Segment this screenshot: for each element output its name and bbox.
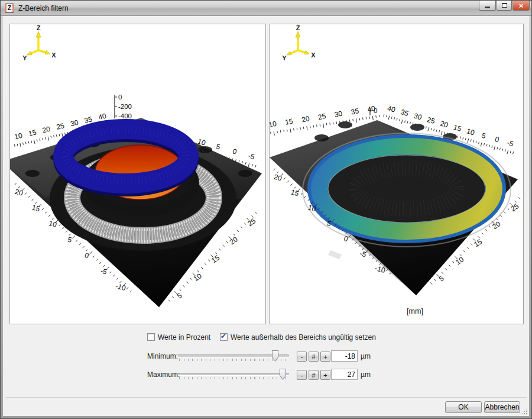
maximum-slider-ticks	[179, 377, 289, 379]
maximum-label: Maximum:	[147, 370, 180, 379]
axis-tick-label: 10	[192, 272, 203, 283]
minimum-label: Minimum:	[147, 352, 178, 360]
axis-tick-label: 25	[509, 202, 520, 213]
minimum-slider-ticks	[179, 359, 289, 361]
axis-tick-label: 10	[466, 127, 476, 137]
minimum-value-input[interactable]	[331, 350, 358, 362]
axis-tick-label: 20	[439, 119, 449, 129]
minimum-decrement-button[interactable]: -	[297, 352, 307, 362]
axis-tick-label: -5	[359, 249, 367, 259]
invalid-outside-checkbox[interactable]: ✔	[220, 333, 228, 341]
maximum-decrement-button[interactable]: -	[297, 370, 307, 380]
axis-tick-label: 5	[67, 236, 73, 244]
axis-tick-label: 15	[472, 237, 484, 249]
axis-letter: Z	[296, 24, 300, 31]
axis-tick-label: 10	[454, 255, 465, 266]
minimum-slider[interactable]	[178, 350, 289, 362]
minimize-icon	[485, 7, 490, 8]
surface-hole	[25, 170, 40, 177]
axis-tick-label: 5	[481, 131, 487, 140]
axis-tick-label: 15	[210, 253, 221, 265]
axis-tick-label: -10	[115, 282, 127, 292]
minimum-unit-label: µm	[361, 352, 371, 360]
axis-tick-label: 30	[413, 111, 423, 121]
axis-tick-label: 15	[284, 117, 294, 127]
axis-letter: X	[51, 51, 56, 59]
dialog-window: Z Z-Bereich filtern × 101520253035401050…	[0, 0, 532, 419]
minimum-numeric-button[interactable]: #	[309, 352, 319, 362]
surface-hole	[198, 146, 212, 153]
minimize-button[interactable]	[479, 1, 496, 11]
axis-tick-label: 15	[28, 128, 37, 138]
maximum-numeric-button[interactable]: #	[309, 370, 319, 380]
right-3d-view[interactable]: 101520253035404035302520151050-520151050…	[269, 24, 524, 324]
axis-tick-label: 20	[228, 235, 239, 246]
axis-tick-label: 10	[48, 219, 58, 229]
axis-tick-label: 10	[307, 203, 317, 213]
cancel-button[interactable]: Abbrechen	[484, 401, 520, 413]
axis-tick-label: 40	[98, 112, 107, 122]
ok-button[interactable]: OK	[445, 401, 482, 413]
maximize-icon	[502, 3, 507, 8]
z-axis-tick-label: 0	[118, 94, 122, 101]
percent-checkbox-label: Werte in Prozent	[158, 333, 210, 341]
axis-tick-label: 20	[301, 114, 310, 124]
axis-tick-label: 35	[350, 107, 359, 117]
z-axis-tick-label: 0	[374, 107, 377, 114]
axis-tick-label: 25	[246, 217, 257, 228]
unit-label: [mm]	[407, 307, 423, 315]
orientation-axes-icon: ZYX	[22, 24, 56, 62]
axis-tick-label: 15	[290, 188, 300, 198]
axis-tick-label: 10	[14, 131, 23, 141]
orientation-axes-icon: ZYX	[282, 24, 316, 62]
axis-tick-label: 35	[400, 108, 410, 118]
window-title: Z-Bereich filtern	[18, 4, 69, 12]
axis-tick-label: 20	[273, 173, 283, 183]
axis-letter: Y	[282, 54, 287, 62]
axis-letter: Z	[37, 24, 41, 31]
minimum-increment-button[interactable]: +	[320, 352, 330, 362]
invalid-outside-checkbox-label: Werte außerhalb des Bereichs ungültig se…	[231, 333, 376, 341]
z-range-filter-icon: Z	[5, 4, 14, 13]
axis-tick-label: 30	[70, 118, 79, 128]
z-axis: 0-200-400	[115, 94, 132, 120]
maximum-slider-track[interactable]	[178, 373, 289, 375]
maximum-value-input[interactable]	[331, 369, 358, 380]
axis-tick-label: 20	[14, 188, 24, 198]
axis-tick-label: -5	[247, 152, 255, 161]
percent-checkbox[interactable]: ✔	[147, 333, 155, 341]
checkmark-icon: ✔	[220, 332, 226, 340]
axis-tick-label: 30	[334, 109, 343, 119]
axis-tick-label: 5	[437, 274, 446, 283]
axis-tick-label: 20	[41, 125, 51, 135]
axis-tick-label: 20	[491, 220, 502, 231]
axis-tick-label: -5	[506, 138, 514, 148]
surface-hole	[238, 170, 252, 177]
axis-letter: X	[311, 51, 316, 59]
axis-tick-label: 0	[232, 147, 238, 156]
axis-tick-label: 10	[270, 120, 277, 130]
maximize-button[interactable]	[497, 1, 512, 11]
axis-tick-label: -5	[99, 266, 108, 276]
footer-divider	[5, 397, 527, 398]
maximum-unit-label: µm	[361, 370, 371, 379]
axis-tick-label: 40	[387, 104, 397, 114]
surface-hole	[314, 134, 329, 141]
axis-tick-label: 25	[56, 121, 65, 131]
close-button[interactable]: ×	[512, 1, 530, 11]
axis-tick-label: 25	[426, 115, 436, 125]
axis-tick-label: 25	[317, 112, 327, 122]
left-3d-view[interactable]: 101520253035401050-520151050-5-105101520…	[9, 24, 266, 324]
axis-tick-label: 15	[452, 123, 462, 133]
z-axis-tick-label: -200	[118, 103, 132, 110]
axis-tick-label: 0	[84, 251, 90, 260]
z-axis-tick-label: -400	[118, 112, 132, 120]
maximum-slider[interactable]	[178, 369, 289, 381]
maximum-increment-button[interactable]: +	[320, 370, 330, 380]
axis-tick-label: 5	[176, 291, 184, 300]
ring-notch	[328, 250, 342, 259]
axis-tick-label: 5	[215, 143, 222, 152]
axis-tick-label: 15	[31, 203, 41, 213]
titlebar[interactable]: Z Z-Bereich filtern ×	[1, 1, 531, 16]
axis-letter: Y	[22, 54, 27, 62]
